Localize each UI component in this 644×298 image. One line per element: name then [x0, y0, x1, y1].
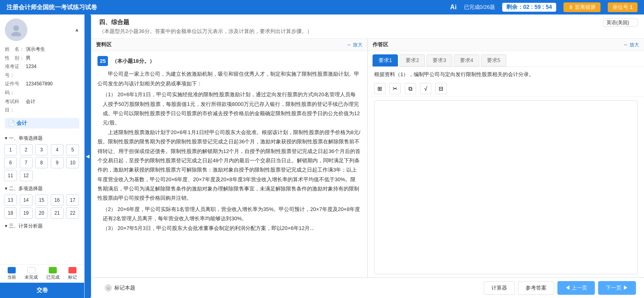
- question-title: （本小题18分。）: [112, 58, 154, 64]
- q-btn-9[interactable]: 9: [51, 157, 64, 168]
- student-gender: 男: [26, 54, 31, 63]
- id-number: 1234567890: [26, 80, 53, 97]
- font-size-icon[interactable]: Ai: [450, 4, 457, 11]
- question-badge: 25: [97, 56, 108, 66]
- legend-current[interactable]: 当前: [7, 267, 16, 280]
- top-bar: 注册会计师全国统一考试练习试卷 Ai 已完成0/26题 剩余：02 : 59 :…: [0, 0, 644, 14]
- material-content: 25 （本小题18分。） 甲公司是一家上市公司，为建立长效激励机制，吸引和留住优…: [91, 51, 367, 277]
- legend: 当前 未完成 已完成 标记: [0, 264, 84, 283]
- single-choice-grid: 1 2 3 4 5 6 7 8 9 10 11 12: [0, 143, 84, 184]
- legend-undone-label: 未完成: [25, 274, 38, 280]
- q-btn-3[interactable]: 3: [35, 144, 48, 155]
- subject-tag-label: 会计: [17, 120, 27, 127]
- main-wrapper: ▲ 姓 名： 演示考生 性 别： 男 准考证号： 1234 证件号码： 1234…: [0, 14, 644, 298]
- avatar: [5, 19, 27, 41]
- group-single-label: 一、单项选择题: [9, 135, 43, 142]
- mark-label: 标记本题: [114, 284, 135, 292]
- chevron-down-icon: ▾: [5, 135, 7, 141]
- q-btn-20[interactable]: 20: [35, 207, 48, 219]
- legend-current-label: 当前: [7, 274, 16, 280]
- legend-marked-label: 标记: [68, 274, 77, 280]
- material-para-1: 甲公司是一家上市公司，为建立长效激励机制，吸引和留住优秀人才，制定和实施了限制性…: [97, 69, 361, 88]
- countdown-display: 剩余：02 : 59 : 54: [502, 3, 556, 12]
- answer-editor[interactable]: [374, 100, 638, 274]
- answer-panel: 作答区 ↔ 放大 要求1 要求2 要求3 要求4 要求5 根据资料（1），编制甲…: [368, 39, 644, 277]
- chevron-down-icon-3: ▾: [5, 223, 7, 229]
- toolbar-table-icon[interactable]: ⊞: [374, 83, 385, 94]
- pause-button[interactable]: ⏸ 暂离锁屏: [563, 2, 601, 12]
- q-btn-15[interactable]: 15: [35, 195, 48, 206]
- answer-panel-header: 作答区 ↔ 放大: [368, 39, 644, 51]
- q-btn-7[interactable]: 7: [20, 157, 33, 168]
- bottom-right: 计算器 参考答案 ◀ 上一页 下一页 ▶: [484, 281, 636, 295]
- answer-expand-button[interactable]: ↔ 放大: [623, 41, 639, 48]
- q-btn-19[interactable]: 19: [20, 207, 33, 219]
- reference-button[interactable]: 参考答案: [518, 281, 554, 295]
- examid-label: 准考证号：: [5, 62, 26, 80]
- material-panel-header: 资料区 ↔ 放大: [91, 39, 367, 51]
- q-btn-1[interactable]: 1: [4, 144, 17, 155]
- progress-text: 已完成0/26题: [464, 4, 495, 11]
- tab-req3[interactable]: 要求3: [427, 54, 452, 66]
- nav-section: ▾ 一、单项选择题 1 2 3 4 5 6 7 8 9 10 11 12 ▾ 二…: [0, 132, 84, 264]
- mark-button[interactable]: ○ 标记本题: [99, 281, 141, 294]
- toolbar-cut-icon[interactable]: ✂: [389, 83, 401, 94]
- sidebar: ▲ 姓 名： 演示考生 性 别： 男 准考证号： 1234 证件号码： 1234…: [0, 14, 85, 298]
- submit-button[interactable]: 交卷: [0, 283, 84, 298]
- tab-req1[interactable]: 要求1: [373, 54, 398, 66]
- language-selector[interactable]: 英语(美国) 中文: [603, 19, 638, 27]
- q-btn-6[interactable]: 6: [4, 157, 17, 168]
- subject-tag: 📄 会计: [5, 118, 79, 128]
- gender-label: 性 别：: [5, 54, 26, 63]
- two-panel: 资料区 ↔ 放大 25 （本小题18分。） 甲公司是一家上市公司，为建立长效激励…: [91, 39, 644, 277]
- group-multi-label: 二、多项选择题: [9, 185, 43, 192]
- q-btn-17[interactable]: 17: [66, 195, 79, 206]
- q-btn-8[interactable]: 8: [35, 157, 48, 168]
- bottom-bar: ○ 标记本题 计算器 参考答案 ◀ 上一页 下一页 ▶: [91, 277, 644, 298]
- sidebar-toggle[interactable]: ◀: [85, 14, 91, 298]
- subject-name: 会计: [26, 97, 35, 115]
- group-multi-choice[interactable]: ▾ 二、多项选择题: [0, 184, 84, 194]
- q-btn-12[interactable]: 12: [20, 170, 33, 181]
- tab-req4[interactable]: 要求4: [454, 54, 479, 66]
- material-expand-button[interactable]: ↔ 放大: [347, 41, 362, 48]
- toolbar-copy-icon[interactable]: ⧉: [405, 83, 416, 94]
- q-btn-11[interactable]: 11: [4, 170, 17, 181]
- q-btn-4[interactable]: 4: [51, 144, 64, 155]
- q-btn-14[interactable]: 14: [20, 195, 33, 206]
- legend-dot-marked: [68, 267, 77, 273]
- toolbar-formula-icon[interactable]: √: [420, 83, 431, 94]
- tab-req5[interactable]: 要求5: [481, 54, 506, 66]
- q-btn-18[interactable]: 18: [4, 207, 17, 219]
- calculator-button[interactable]: 计算器: [484, 281, 515, 295]
- q-btn-22[interactable]: 22: [66, 207, 79, 219]
- idnum-label: 证件号码：: [5, 80, 26, 97]
- legend-done[interactable]: 已完成: [46, 267, 60, 280]
- document-icon: 📄: [8, 120, 15, 126]
- tab-req2[interactable]: 要求2: [400, 54, 425, 66]
- q-btn-13[interactable]: 13: [4, 195, 17, 206]
- legend-done-label: 已完成: [46, 274, 60, 280]
- avatar-section: ▲: [0, 14, 84, 43]
- collapse-button[interactable]: ▲: [75, 27, 79, 33]
- toolbar-grid-icon[interactable]: ⊟: [435, 83, 447, 94]
- legend-marked[interactable]: 标记: [68, 267, 77, 280]
- q-btn-16[interactable]: 16: [51, 195, 64, 206]
- group-single-choice[interactable]: ▾ 一、单项选择题: [0, 133, 84, 143]
- q-btn-5[interactable]: 5: [66, 144, 79, 155]
- chevron-down-icon-2: ▾: [5, 186, 7, 191]
- material-panel-title: 资料区: [96, 41, 112, 48]
- svg-point-0: [13, 25, 19, 31]
- material-panel: 资料区 ↔ 放大 25 （本小题18分。） 甲公司是一家上市公司，为建立长效激励…: [91, 39, 368, 277]
- legend-undone[interactable]: 未完成: [25, 267, 38, 280]
- answer-instruction: 根据资料（1），编制甲公司与定向发行限制性股票相关的会计分录。: [368, 67, 644, 81]
- q-btn-21[interactable]: 21: [51, 207, 64, 219]
- prev-button[interactable]: ◀ 上一页: [557, 281, 595, 295]
- subject-label: 考试科目：: [5, 97, 26, 115]
- seat-button[interactable]: 座位号 1: [608, 2, 638, 12]
- next-button[interactable]: 下一页 ▶: [598, 281, 636, 295]
- q-btn-2[interactable]: 2: [20, 144, 33, 155]
- material-para-3: 上述限制性股票激励计划于20×6年1月1日经甲公司股东大会批准。根据该计划，限制…: [97, 128, 361, 203]
- group-calc[interactable]: ▾ 三、计算分析题: [0, 221, 84, 231]
- q-btn-10[interactable]: 10: [66, 157, 79, 168]
